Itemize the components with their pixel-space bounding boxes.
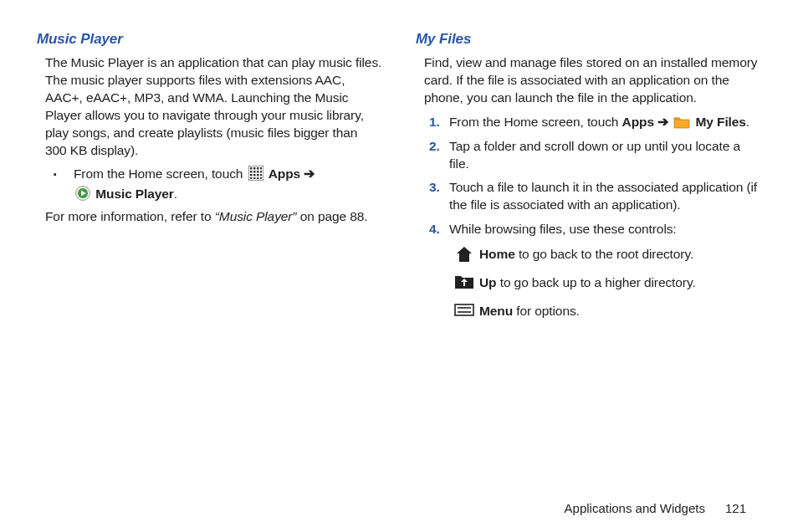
control-text: Menu for options.: [479, 302, 761, 320]
step-post: .: [746, 115, 749, 129]
svg-rect-15: [257, 177, 259, 179]
step-pre: From the Home screen, touch: [449, 115, 622, 129]
music-player-label: Music Player: [95, 187, 174, 201]
svg-rect-3: [257, 167, 259, 170]
svg-rect-14: [253, 177, 256, 179]
control-name: Home: [479, 247, 515, 261]
bullet-continuation: Music Player.: [74, 186, 382, 203]
ref-post: on page 88.: [296, 209, 367, 223]
my-files-intro: Find, view and manage files stored on an…: [424, 54, 761, 107]
step-body: Tap a folder and scroll down or up until…: [449, 138, 761, 173]
manual-page: Music Player The Music Player is an appl…: [0, 0, 798, 532]
control-text: Home to go back to the root directory.: [479, 245, 761, 263]
arrow-icon: ➔: [657, 115, 668, 129]
cross-reference: For more information, refer to “Music Pl…: [45, 208, 382, 226]
step-3: 3. Touch a file to launch it in the asso…: [429, 179, 761, 214]
svg-rect-4: [260, 167, 262, 170]
left-column: Music Player The Music Player is an appl…: [37, 30, 382, 491]
apps-label: Apps: [622, 115, 654, 129]
bullet-text-pre: From the Home screen, touch: [74, 166, 247, 181]
svg-rect-16: [260, 177, 262, 179]
arrow-icon: ➔: [304, 166, 315, 181]
my-files-label: My Files: [695, 115, 745, 129]
home-icon: [449, 245, 479, 263]
heading-my-files: My Files: [416, 30, 761, 49]
ref-pre: For more information, refer to: [45, 209, 215, 223]
bullet-body: From the Home screen, touch Apps ➔: [74, 166, 382, 183]
music-player-icon: [75, 186, 90, 201]
svg-rect-5: [250, 171, 253, 173]
footer-page-number: 121: [725, 501, 746, 515]
svg-marker-20: [457, 247, 472, 262]
svg-rect-10: [253, 174, 256, 176]
page-footer: Applications and Widgets 121: [37, 491, 761, 515]
control-desc: to go back to the root directory.: [515, 247, 693, 261]
bullet-marker: ▪: [54, 166, 74, 183]
control-up: Up to go back up to a higher directory.: [449, 274, 761, 292]
svg-rect-9: [250, 174, 253, 176]
folder-icon: [673, 115, 690, 129]
ref-title: “Music Player”: [215, 209, 297, 223]
control-text: Up to go back up to a higher directory.: [479, 274, 761, 292]
svg-rect-7: [257, 171, 259, 173]
control-name: Up: [479, 275, 496, 289]
control-menu: Menu for options.: [449, 302, 761, 320]
svg-rect-21: [455, 304, 473, 315]
bullet-item: ▪ From the Home screen, touch Apps ➔: [54, 166, 382, 183]
step-number: 4.: [429, 221, 449, 238]
step-number: 1.: [429, 114, 449, 131]
step-4: 4. While browsing files, use these contr…: [429, 221, 761, 238]
columns: Music Player The Music Player is an appl…: [37, 30, 761, 491]
step-2: 2. Tap a folder and scroll down or up un…: [429, 138, 761, 173]
control-desc: for options.: [513, 304, 580, 318]
step-body: While browsing files, use these controls…: [449, 221, 761, 238]
svg-rect-12: [260, 174, 262, 176]
apps-grid-icon: [248, 166, 263, 181]
step-number: 3.: [429, 179, 449, 214]
period: .: [174, 187, 177, 201]
music-player-intro: The Music Player is an application that …: [45, 54, 382, 160]
svg-rect-13: [250, 177, 253, 179]
step-body: Touch a file to launch it in the associa…: [449, 179, 761, 214]
svg-rect-8: [260, 171, 262, 173]
svg-rect-2: [253, 167, 256, 170]
step-body: From the Home screen, touch Apps ➔ My Fi…: [449, 114, 761, 131]
step-1: 1. From the Home screen, touch Apps ➔ My…: [429, 114, 761, 131]
heading-music-player: Music Player: [37, 30, 382, 49]
footer-section: Applications and Widgets: [565, 501, 705, 515]
step-number: 2.: [429, 138, 449, 173]
menu-icon: [449, 302, 479, 317]
right-column: My Files Find, view and manage files sto…: [416, 30, 761, 491]
svg-rect-1: [250, 167, 253, 170]
control-home: Home to go back to the root directory.: [449, 245, 761, 263]
up-folder-icon: [449, 274, 479, 290]
control-desc: to go back up to a higher directory.: [496, 275, 695, 289]
apps-label: Apps: [269, 166, 300, 181]
svg-rect-6: [253, 171, 256, 173]
svg-rect-11: [257, 174, 259, 176]
control-name: Menu: [479, 304, 513, 318]
